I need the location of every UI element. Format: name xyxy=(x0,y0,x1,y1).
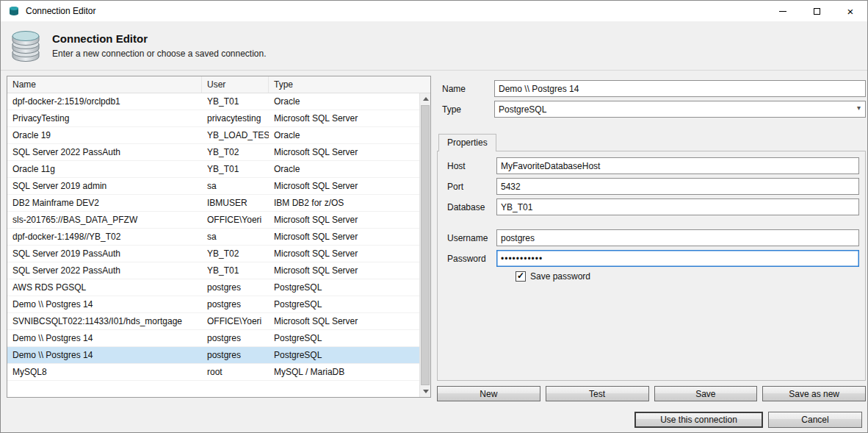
cell-type: MySQL / MariaDB xyxy=(269,367,419,377)
dialog-footer: Use this connection Cancel xyxy=(634,412,862,428)
table-row[interactable]: SQL Server 2022 PassAuthYB_T01Microsoft … xyxy=(7,262,419,279)
table-row[interactable]: SQL Server 2019 adminsaMicrosoft SQL Ser… xyxy=(7,178,419,195)
titlebar: Connection Editor × xyxy=(1,1,867,21)
cell-name: Oracle 19 xyxy=(7,130,202,140)
scroll-down-icon xyxy=(423,390,429,393)
table-row[interactable]: Demo \\ Postgres 14postgresPostgreSQL xyxy=(7,347,419,364)
table-row[interactable]: MySQL8rootMySQL / MariaDB xyxy=(7,364,419,381)
type-selected-value: PostgreSQL xyxy=(499,104,546,115)
name-label: Name xyxy=(437,84,494,94)
table-row[interactable]: SQL Server 2019 PassAuthYB_T02Microsoft … xyxy=(7,246,419,262)
cell-user: OFFICE\Yoeri xyxy=(202,215,269,225)
page-subtitle: Enter a new connection or choose a saved… xyxy=(52,49,267,59)
scroll-up-button[interactable] xyxy=(420,93,430,104)
name-row: Name xyxy=(437,80,866,97)
window-controls: × xyxy=(766,1,867,21)
cell-type: Oracle xyxy=(269,164,419,174)
table-row[interactable]: Oracle 11gYB_T01Oracle xyxy=(7,161,419,178)
table-row[interactable]: dpf-docker-2:1519/orclpdb1YB_T01Oracle xyxy=(7,93,419,110)
connection-table: Name User Type dpf-docker-2:1519/orclpdb… xyxy=(7,76,431,398)
username-row: Username xyxy=(444,229,859,246)
scrollbar-thumb[interactable] xyxy=(421,105,430,385)
save-password-label: Save password xyxy=(530,271,590,282)
port-row: Port xyxy=(444,178,859,195)
cell-user: postgres xyxy=(202,299,269,309)
cell-user: YB_T01 xyxy=(202,96,269,107)
table-row[interactable]: Demo \\ Postgres 14postgresPostgreSQL xyxy=(7,330,419,347)
close-button[interactable]: × xyxy=(833,1,867,21)
save-password-checkbox[interactable]: ✓ xyxy=(516,271,526,282)
save-as-new-button[interactable]: Save as new xyxy=(762,386,866,401)
cell-type: PostgreSQL xyxy=(269,299,419,309)
cell-user: YB_T01 xyxy=(202,164,269,174)
database-row: Database xyxy=(444,198,859,215)
port-input[interactable] xyxy=(496,178,859,195)
action-buttons: New Test Save Save as new xyxy=(437,386,866,401)
cell-user: sa xyxy=(202,232,269,242)
name-input[interactable] xyxy=(494,80,866,97)
table-scrollbar[interactable] xyxy=(419,93,430,397)
cell-type: Microsoft SQL Server xyxy=(269,248,419,259)
dialog-header: Connection Editor Enter a new connection… xyxy=(1,21,867,71)
password-label: Password xyxy=(444,254,496,264)
cell-type: Microsoft SQL Server xyxy=(269,215,419,225)
scroll-down-button[interactable] xyxy=(420,386,430,397)
host-input[interactable] xyxy=(496,157,859,174)
connection-editor-window: Connection Editor × Connection Editor En… xyxy=(0,0,868,433)
username-label: Username xyxy=(444,233,496,243)
table-row[interactable]: Demo \\ Postgres 14postgresPostgreSQL xyxy=(7,296,419,313)
cell-name: SVNIBCSQLT022:11433/I01/hds_mortgage xyxy=(7,316,202,326)
cell-user: OFFICE\Yoeri xyxy=(202,316,269,326)
app-icon xyxy=(8,5,20,17)
connection-form: Name Type PostgreSQL ▾ Properties HostPo… xyxy=(437,76,866,401)
cancel-button[interactable]: Cancel xyxy=(768,412,862,428)
minimize-button[interactable] xyxy=(766,1,800,21)
save-button[interactable]: Save xyxy=(654,386,758,401)
minimize-icon xyxy=(779,11,786,12)
cell-name: SQL Server 2019 admin xyxy=(7,181,202,191)
tab-properties[interactable]: Properties xyxy=(438,134,496,151)
database-input[interactable] xyxy=(496,198,859,215)
scroll-up-icon xyxy=(423,97,429,101)
database-icon xyxy=(8,29,43,62)
save-password-row: ✓ Save password xyxy=(516,271,859,282)
cell-name: Demo \\ Postgres 14 xyxy=(7,333,202,343)
cell-type: Microsoft SQL Server xyxy=(269,316,419,326)
table-row[interactable]: dpf-docker-1:1498//YB_T02saMicrosoft SQL… xyxy=(7,229,419,246)
cell-name: Demo \\ Postgres 14 xyxy=(7,299,202,309)
new-button[interactable]: New xyxy=(437,386,540,401)
password-input[interactable] xyxy=(496,250,859,267)
cell-user: postgres xyxy=(202,282,269,293)
type-select[interactable]: PostgreSQL ▾ xyxy=(494,101,866,118)
table-row[interactable]: Oracle 19YB_LOAD_TESTOracle xyxy=(7,127,419,144)
cell-user: YB_LOAD_TEST xyxy=(202,130,269,140)
table-row[interactable]: SVNIBCSQLT022:11433/I01/hds_mortgageOFFI… xyxy=(7,313,419,330)
cell-name: DB2 Mainframe DEV2 xyxy=(7,198,202,208)
maximize-button[interactable] xyxy=(800,1,833,21)
use-this-connection-button[interactable]: Use this connection xyxy=(634,412,763,428)
test-button[interactable]: Test xyxy=(546,386,649,401)
cell-type: Microsoft SQL Server xyxy=(269,232,419,242)
table-row[interactable]: sls-201765://BAS_DATA_PFZWOFFICE\YoeriMi… xyxy=(7,212,419,229)
auth-fields: UsernamePassword xyxy=(444,229,859,267)
column-header-name[interactable]: Name xyxy=(7,76,202,93)
cell-type: PostgreSQL xyxy=(269,350,419,360)
page-title: Connection Editor xyxy=(52,32,267,45)
column-header-type[interactable]: Type xyxy=(269,76,430,93)
cell-user: YB_T01 xyxy=(202,265,269,276)
cell-type: PostgreSQL xyxy=(269,282,419,293)
cell-name: PrivacyTesting xyxy=(7,113,202,124)
username-input[interactable] xyxy=(496,229,859,246)
connection-fields: HostPortDatabase xyxy=(444,157,859,215)
host-label: Host xyxy=(444,161,496,171)
table-row[interactable]: SQL Server 2022 PassAuthYB_T02Microsoft … xyxy=(7,144,419,161)
port-label: Port xyxy=(444,182,496,192)
window-title: Connection Editor xyxy=(26,6,95,16)
table-row[interactable]: PrivacyTestingprivacytestingMicrosoft SQ… xyxy=(7,110,419,127)
column-header-user[interactable]: User xyxy=(202,76,269,93)
table-row[interactable]: AWS RDS PGSQLpostgresPostgreSQL xyxy=(7,279,419,296)
table-row[interactable]: DB2 Mainframe DEV2IBMUSERIBM DB2 for z/O… xyxy=(7,195,419,212)
cell-name: Demo \\ Postgres 14 xyxy=(7,350,202,360)
cell-type: Microsoft SQL Server xyxy=(269,113,419,124)
cell-user: privacytesting xyxy=(202,113,269,124)
